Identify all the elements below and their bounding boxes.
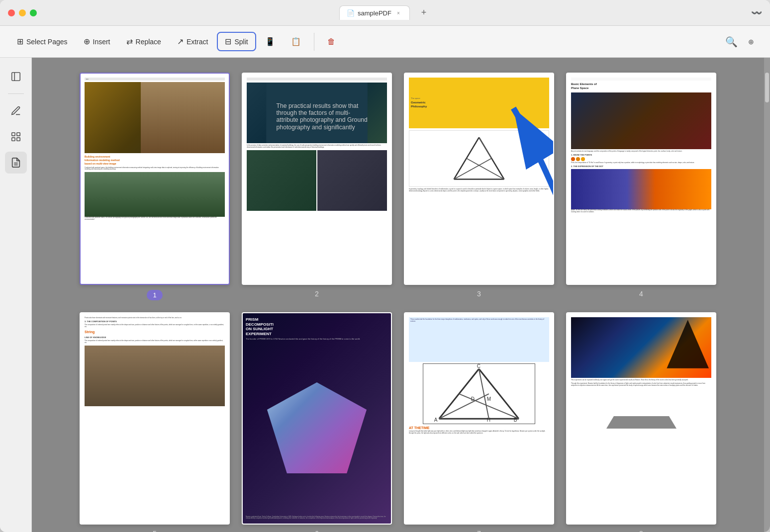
page-item-2[interactable]: The practical results show that through … xyxy=(242,73,392,300)
insert-icon: ⊕ xyxy=(84,37,90,46)
svg-text:H: H xyxy=(487,417,490,423)
svg-text:through the factors of multi-: through the factors of multi- xyxy=(277,109,351,116)
svg-text:attribute photography and Grou: attribute photography and Ground xyxy=(277,116,368,123)
svg-text:C: C xyxy=(477,364,481,369)
page-6-label: 6 xyxy=(315,530,319,532)
select-pages-icon: ⊞ xyxy=(17,37,23,46)
toolbar-separator-1 xyxy=(314,33,314,51)
replace-label: Replace xyxy=(136,38,161,46)
page-item-5[interactable]: Points also have dominant and recessive … xyxy=(80,312,230,532)
app-window: 📄 samplePDF × + 〰️ ⊞ Select Pages ⊕ Inse… xyxy=(0,0,770,532)
svg-rect-3 xyxy=(16,133,19,136)
page-thumb-6[interactable]: PRISMDECOMPOSITION SUNLIGHTEXPERIMENT Th… xyxy=(242,312,392,525)
page-thumb-4[interactable]: Basic Elements ofPlane Space Any art con… xyxy=(566,73,716,285)
sidebar-left xyxy=(0,58,32,532)
page-grid: ■ ■ Building environmentInformation mode… xyxy=(80,73,716,532)
page-5-label: 5 xyxy=(153,530,157,532)
zoom-out-button[interactable]: 🔍 xyxy=(722,33,740,51)
page-7-label: 7 xyxy=(477,530,481,532)
split-label: Split xyxy=(234,38,248,46)
svg-text:B: B xyxy=(514,417,517,423)
replace-icon: ⇄ xyxy=(126,37,133,46)
phone-view-button[interactable]: 📱 xyxy=(258,33,282,50)
titlebar: 📄 samplePDF × + 〰️ xyxy=(0,0,770,26)
page-thumb-8[interactable]: This experiment can be repeated endlessl… xyxy=(566,312,716,525)
sidebar-item-book[interactable] xyxy=(5,66,27,88)
split-button[interactable]: ⊟ Split xyxy=(217,32,256,51)
insert-button[interactable]: ⊕ Insert xyxy=(77,33,117,50)
zoom-in-icon: ⊕ xyxy=(748,38,754,46)
sidebar-item-annotate[interactable] xyxy=(5,100,27,122)
tab-title: samplePDF xyxy=(358,9,391,17)
svg-rect-4 xyxy=(11,138,14,141)
titlebar-center: 📄 samplePDF × + xyxy=(339,5,431,20)
svg-line-21 xyxy=(479,369,519,419)
delete-button[interactable]: 🗑 xyxy=(320,33,342,50)
page-thumb-7[interactable]: These studies laid the foundation for th… xyxy=(404,312,554,525)
page-3-label: 3 xyxy=(477,290,481,298)
extract-icon: ↗ xyxy=(177,37,184,46)
close-window-button[interactable] xyxy=(8,9,15,16)
page-thumb-3[interactable]: The space GeometricPhilosophy xyxy=(404,73,554,285)
minimize-window-button[interactable] xyxy=(19,9,26,16)
scrollbar[interactable] xyxy=(764,58,770,532)
phone-view-icon: 📱 xyxy=(265,37,275,46)
page-item-6[interactable]: PRISMDECOMPOSITION SUNLIGHTEXPERIMENT Th… xyxy=(242,312,392,532)
page-5-content: Points also have dominant and recessive … xyxy=(81,313,229,524)
svg-text:D: D xyxy=(471,396,475,402)
main-area: ■ ■ Building environmentInformation mode… xyxy=(0,58,770,532)
svg-line-23 xyxy=(479,369,489,419)
page-thumb-2[interactable]: The practical results show that through … xyxy=(242,73,392,285)
svg-line-25 xyxy=(439,394,489,419)
page-item-8[interactable]: This experiment can be repeated endlessl… xyxy=(566,312,716,532)
split-icon: ⊟ xyxy=(225,37,231,46)
delete-icon: 🗑 xyxy=(327,37,335,46)
scrollbar-thumb[interactable] xyxy=(765,73,769,102)
page-item-1[interactable]: ■ ■ Building environmentInformation mode… xyxy=(80,73,230,300)
traffic-lights xyxy=(8,9,37,16)
page-8-label: 8 xyxy=(639,530,643,532)
svg-text:M: M xyxy=(487,396,491,402)
replace-button[interactable]: ⇄ Replace xyxy=(119,33,168,50)
page-2-label: 2 xyxy=(315,290,319,298)
content-area[interactable]: ■ ■ Building environmentInformation mode… xyxy=(32,58,764,532)
zoom-in-button[interactable]: ⊕ xyxy=(742,33,760,51)
svg-rect-2 xyxy=(11,133,14,136)
page-thumb-1[interactable]: ■ ■ Building environmentInformation mode… xyxy=(80,73,230,285)
page-2-content: The practical results show that through … xyxy=(243,74,391,284)
page-item-7[interactable]: These studies laid the foundation for th… xyxy=(404,312,554,532)
page-thumb-5[interactable]: Points also have dominant and recessive … xyxy=(80,312,230,525)
page-8-content: This experiment can be repeated endlessl… xyxy=(567,313,715,524)
select-pages-label: Select Pages xyxy=(26,38,68,46)
page-item-4[interactable]: Basic Elements ofPlane Space Any art con… xyxy=(566,73,716,300)
toolbar: ⊞ Select Pages ⊕ Insert ⇄ Replace ↗ Extr… xyxy=(0,26,770,58)
page-4-content: Basic Elements ofPlane Space Any art con… xyxy=(567,74,715,284)
zoom-out-icon: 🔍 xyxy=(725,36,738,48)
sidebar-item-pages[interactable] xyxy=(5,152,27,174)
page-3-content: The space GeometricPhilosophy xyxy=(405,74,553,284)
select-pages-button[interactable]: ⊞ Select Pages xyxy=(10,33,75,50)
tab-icon: 📄 xyxy=(347,9,355,17)
insert-label: Insert xyxy=(93,38,110,46)
titlebar-right: 〰️ xyxy=(751,7,762,18)
tab-close-button[interactable]: × xyxy=(394,9,402,17)
two-page-button[interactable]: 📋 xyxy=(284,33,308,50)
new-tab-button[interactable]: + xyxy=(417,6,431,20)
page-6-content: PRISMDECOMPOSITION SUNLIGHTEXPERIMENT Th… xyxy=(243,313,391,524)
page-item-3[interactable]: The space GeometricPhilosophy xyxy=(404,73,554,300)
page-4-label: 4 xyxy=(639,290,643,298)
maximize-window-button[interactable] xyxy=(30,9,37,16)
svg-line-17 xyxy=(479,138,491,159)
svg-rect-5 xyxy=(16,138,19,141)
page-7-content: These studies laid the foundation for th… xyxy=(405,313,553,524)
page-1-content: ■ ■ Building environmentInformation mode… xyxy=(81,74,229,284)
svg-text:A: A xyxy=(434,417,438,423)
extract-button[interactable]: ↗ Extract xyxy=(170,33,215,50)
app-logo-icon: 〰️ xyxy=(751,7,762,18)
two-page-icon: 📋 xyxy=(291,37,301,46)
svg-text:photography and significantly: photography and significantly xyxy=(277,124,356,131)
sidebar-item-organize[interactable] xyxy=(5,126,27,148)
svg-rect-0 xyxy=(11,73,20,81)
document-tab[interactable]: 📄 samplePDF × xyxy=(339,5,410,20)
page-1-badge: 1 xyxy=(147,290,162,300)
